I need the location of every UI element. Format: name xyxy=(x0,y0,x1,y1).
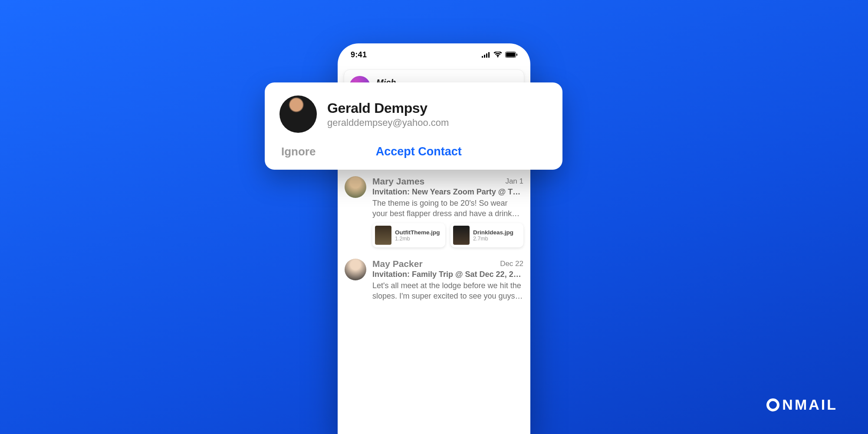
email-item[interactable]: May Packer Dec 22 Invitation: Family Tri… xyxy=(345,259,523,302)
email-preview: Let's all meet at the lodge before we hi… xyxy=(372,280,523,302)
cellular-icon xyxy=(482,52,490,58)
svg-rect-6 xyxy=(516,54,517,56)
attachment-name: OutfitTheme.jpg xyxy=(395,229,440,236)
svg-rect-2 xyxy=(486,53,487,58)
attachment-chip[interactable]: OutfitTheme.jpg 1.2mb xyxy=(372,223,445,247)
email-subject: Invitation: New Years Zoom Party @ Thur… xyxy=(372,187,523,197)
attachment-thumb xyxy=(375,226,391,245)
avatar xyxy=(279,95,317,133)
svg-rect-5 xyxy=(506,53,515,57)
email-date: Jan 1 xyxy=(505,177,523,186)
brand-o-icon xyxy=(766,398,779,411)
attachment-size: 2.7mb xyxy=(473,236,513,242)
attachment-name: DrinkIdeas.jpg xyxy=(473,229,513,236)
avatar xyxy=(345,259,366,280)
sender-name: May Packer xyxy=(372,259,496,269)
svg-rect-0 xyxy=(482,56,483,58)
status-icons xyxy=(482,52,517,58)
contact-name: Gerald Dempsy xyxy=(327,100,449,116)
email-preview: The theme is going to be 20's! So wear y… xyxy=(372,198,523,219)
avatar xyxy=(345,176,366,198)
sender-name: Mary James xyxy=(372,176,502,187)
attachments: OutfitTheme.jpg 1.2mb DrinkIdeas.jpg 2.7… xyxy=(372,223,523,247)
accept-contact-button[interactable]: Accept Contact xyxy=(289,145,548,158)
email-subject: Invitation: Family Trip @ Sat Dec 22, 20… xyxy=(372,270,523,279)
svg-rect-1 xyxy=(484,55,485,58)
contact-card-popout: Gerald Dempsy geralddempsey@yahoo.com Ig… xyxy=(265,82,562,170)
contact-email: geralddempsey@yahoo.com xyxy=(327,117,449,128)
attachment-thumb xyxy=(453,226,470,245)
brand-text: NMAIL xyxy=(782,396,838,413)
email-item[interactable]: Mary James Jan 1 Invitation: New Years Z… xyxy=(345,176,523,248)
email-date: Dec 22 xyxy=(500,260,523,268)
battery-icon xyxy=(505,52,517,58)
brand-logo: NMAIL xyxy=(766,396,838,413)
status-time: 9:41 xyxy=(351,50,367,59)
attachment-chip[interactable]: DrinkIdeas.jpg 2.7mb xyxy=(450,223,523,247)
attachment-size: 1.2mb xyxy=(395,236,440,242)
wifi-icon xyxy=(493,52,502,58)
status-bar: 9:41 xyxy=(338,43,530,66)
svg-rect-3 xyxy=(488,52,490,58)
